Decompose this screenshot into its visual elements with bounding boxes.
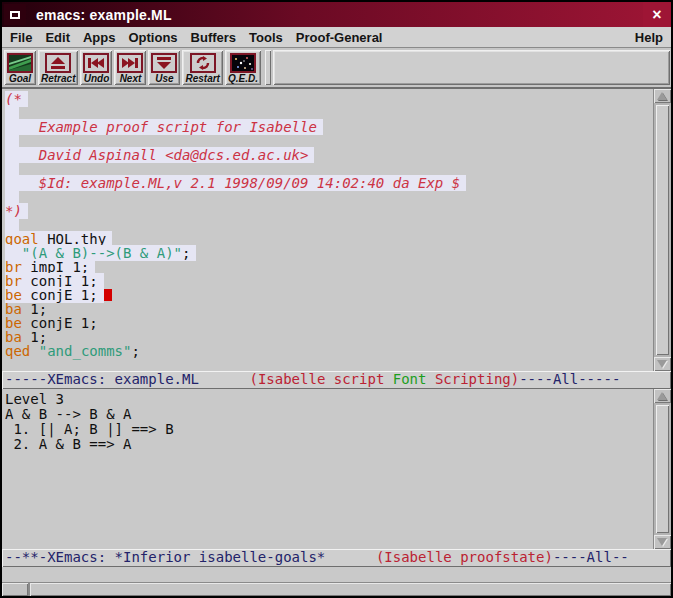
script-scrollbar: [653, 89, 671, 371]
comment-text: Example proof script for Isabelle: [5, 119, 317, 135]
keyword-text: qed: [5, 343, 30, 359]
toolbar-button-label: Use: [155, 73, 173, 85]
code-line: goal HOL.thy: [5, 232, 653, 246]
script-buffer-text[interactable]: (* Example proof script for Isabelle Dav…: [2, 89, 653, 371]
restart-button[interactable]: Restart: [182, 50, 222, 85]
goals-line: A & B --> B & A: [5, 407, 653, 422]
menu-item-help[interactable]: Help: [635, 30, 663, 45]
eject-down-icon: [151, 53, 177, 73]
goal-button[interactable]: Goal: [4, 50, 36, 85]
script-buffer-window: (* Example proof script for Isabelle Dav…: [2, 89, 671, 371]
locked-region-span: $Id: example.ML,v 2.1 1998/09/09 14:02:4…: [5, 175, 466, 191]
window-title: emacs: example.ML: [28, 2, 643, 27]
code-line: *): [5, 204, 653, 218]
xemacs-window: emacs: example.ML × FileEditAppsOptionsB…: [0, 0, 673, 598]
comment-text: David Aspinall <da@dcs.ed.ac.uk>: [5, 147, 308, 163]
scroll-up-arrow-icon[interactable]: [654, 89, 671, 103]
code-line: qed "and_comms";: [5, 344, 653, 358]
goals-line: Level 3: [5, 392, 653, 407]
locked-region-span: David Aspinall <da@dcs.ed.ac.uk>: [5, 147, 314, 163]
modeline-segment: (Isabelle proofstate): [376, 549, 553, 565]
code-line: "(A & B)-->(B & A)";: [5, 246, 653, 260]
toolbar-button-label: Q.E.D.: [228, 73, 258, 85]
code-line: be conjE 1;: [5, 288, 653, 302]
horizontal-scrollbar-thumb[interactable]: [30, 583, 671, 596]
menu-item-options[interactable]: Options: [128, 30, 177, 45]
goals-scrollbar-trough[interactable]: [654, 403, 671, 535]
locked-region-span: Example proof script for Isabelle: [5, 119, 323, 135]
goals-buffer-text[interactable]: Level 3A & B --> B & A 1. [| A; B |] ==>…: [2, 389, 653, 549]
plain-text: ;: [182, 245, 190, 261]
menu-item-apps[interactable]: Apps: [83, 30, 116, 45]
scroll-down-arrow-icon[interactable]: [654, 357, 671, 371]
modeline-goals[interactable]: --**-XEmacs: *Inferior isabelle-goals* (…: [2, 549, 671, 567]
toolbar-button-label: Undo: [84, 73, 110, 85]
modeline-segment: Font: [393, 371, 427, 387]
use-button[interactable]: Use: [148, 50, 180, 85]
menu-bar: FileEditAppsOptionsBuffersToolsProof-Gen…: [2, 27, 671, 48]
code-line: ba 1;: [5, 302, 653, 316]
tool-bar: GoalRetractUndoNextUseRestartQ.E.D.: [2, 48, 671, 89]
code-line: (*: [5, 92, 653, 106]
plain-text: ;: [131, 343, 139, 359]
modeline-segment: Scripting): [426, 371, 519, 387]
minibuffer[interactable]: [2, 567, 671, 582]
code-line: [5, 162, 653, 176]
modeline-segment: [199, 371, 250, 387]
string-text: "and_comms": [39, 343, 132, 359]
code-line: [5, 218, 653, 232]
goals-line: 2. A & B ==> A: [5, 437, 653, 452]
toolbar-button-label: Restart: [185, 73, 219, 85]
undo-button[interactable]: Undo: [80, 50, 112, 85]
window-menu-button[interactable]: [4, 4, 26, 25]
toolbar-button-label: Retract: [41, 73, 75, 85]
menu-item-edit[interactable]: Edit: [45, 30, 70, 45]
code-line: ba 1;: [5, 330, 653, 344]
code-line: [5, 190, 653, 204]
goals-line: 1. [| A; B |] ==> B: [5, 422, 653, 437]
rewind-icon: [83, 53, 109, 73]
goals-scrollbar: [653, 389, 671, 549]
modeline-segment: --**-XEmacs: *Inferior isabelle-goals*: [5, 549, 325, 565]
plain-text: [30, 343, 38, 359]
eject-up-icon: [45, 53, 71, 73]
retract-button[interactable]: Retract: [38, 50, 78, 85]
toolbar-button-label: Goal: [9, 73, 31, 85]
code-line: David Aspinall <da@dcs.ed.ac.uk>: [5, 148, 653, 162]
qed-button[interactable]: Q.E.D.: [225, 50, 261, 85]
menu-item-buffers[interactable]: Buffers: [191, 30, 237, 45]
title-bar: emacs: example.ML ×: [2, 2, 671, 27]
goals-scrollbar-thumb[interactable]: [656, 405, 669, 533]
code-line: br impI 1;: [5, 260, 653, 274]
menu-item-file[interactable]: File: [10, 30, 32, 45]
code-line: $Id: example.ML,v 2.1 1998/09/09 14:02:4…: [5, 176, 653, 190]
goal-picture-icon: [7, 53, 33, 73]
horizontal-scrollbar: [2, 582, 671, 596]
code-line: br conjI 1;: [5, 274, 653, 288]
modeline-segment: (Isabelle script: [249, 371, 392, 387]
window-menu-icon: [10, 11, 20, 19]
text-cursor: [104, 289, 112, 301]
toolbar-filler: [273, 50, 670, 85]
restart-arrows-icon: [190, 53, 216, 73]
toolbar-button-label: Next: [120, 73, 142, 85]
scroll-up-arrow-icon[interactable]: [654, 389, 671, 403]
next-button[interactable]: Next: [114, 50, 146, 85]
code-line: Example proof script for Isabelle: [5, 120, 653, 134]
menu-item-proof-general[interactable]: Proof-General: [296, 30, 383, 45]
script-scrollbar-thumb[interactable]: [656, 105, 669, 355]
script-scrollbar-trough[interactable]: [654, 103, 671, 357]
modeline-segment: ----All--: [553, 549, 629, 565]
modeline-segment: ----All-----: [519, 371, 620, 387]
modeline-script[interactable]: -----XEmacs: example.ML (Isabelle script…: [2, 371, 671, 389]
code-line: [5, 134, 653, 148]
close-button[interactable]: ×: [643, 2, 671, 27]
qed-stars-icon: [230, 53, 256, 73]
fast-forward-icon: [117, 53, 143, 73]
modeline-segment: [325, 549, 376, 565]
menu-item-tools[interactable]: Tools: [249, 30, 283, 45]
code-line: [5, 106, 653, 120]
scroll-down-arrow-icon[interactable]: [654, 535, 671, 549]
scrollbar-corner-gadget[interactable]: [2, 583, 28, 596]
modeline-segment: -----XEmacs: example.ML: [5, 371, 199, 387]
